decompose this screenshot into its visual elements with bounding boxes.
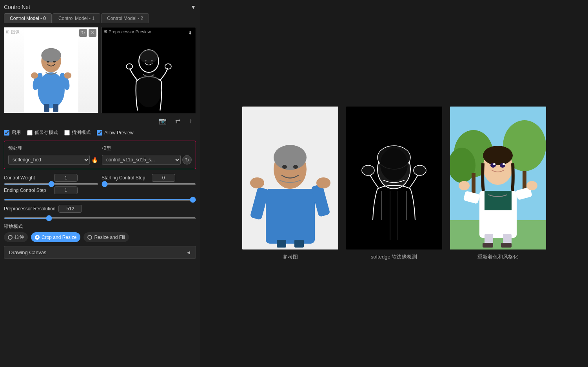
download-preview-btn[interactable]: ⬇ [186,29,194,37]
stretch-radio-dot [8,235,13,240]
guess-mode-input[interactable] [64,130,70,136]
output-edge-frame [346,107,442,249]
image-row: ⊞ 图像 ↻ ✕ [4,27,196,113]
nurse-svg [4,27,98,113]
camera-btn[interactable]: 📷 [156,116,169,125]
ref-image-svg [242,107,338,249]
output-anime-col: 重新着色和风格化 [450,107,546,260]
model-select[interactable]: control_v11p_sd15_s... [102,155,181,165]
svg-point-26 [250,177,264,188]
panel-title: ControlNet [4,4,30,10]
preprocessor-res-value[interactable]: 512 [58,205,82,213]
svg-point-27 [316,177,330,188]
source-image-controls: ↻ ✕ [79,29,96,37]
line-art-svg [102,27,196,113]
source-image-label: ⊞ 图像 [6,29,20,35]
svg-point-51 [493,163,495,165]
starting-step-row: Starting Control Step 0 [102,174,196,182]
ending-step-value[interactable]: 1 [54,186,78,194]
model-label: 模型 [102,145,192,152]
upload-btn[interactable]: ↑ [187,116,194,125]
svg-rect-30 [277,240,286,248]
left-panel: ControlNet ▼ Control Model - 0 Control M… [0,0,200,367]
starting-step-col: Starting Control Step 0 [102,174,196,185]
low-vram-input[interactable] [27,130,33,136]
zoom-mode-radio-group: 拉伸 Crop and Resize Resize and Fill [4,232,196,242]
output-anime-image [450,107,546,249]
svg-point-35 [380,148,408,181]
control-weight-label: Control Weight [4,175,51,181]
zoom-crop-resize-btn[interactable]: Crop and Resize [31,232,80,242]
starting-step-slider[interactable] [102,183,196,185]
enable-checkbox[interactable]: 启用 [4,129,21,136]
fire-icon: 🔥 [91,157,98,163]
crop-resize-radio-dot [35,235,40,240]
model-refresh-btn[interactable]: ↻ [182,155,192,165]
control-weight-value[interactable]: 1 [54,174,78,182]
preview-controls: ⬇ [186,29,194,37]
output-anime-frame [450,107,546,249]
preprocessor-preview-box: ⊞ Preprocessor Preview ⬇ [102,27,196,113]
zoom-stretch-btn[interactable]: 拉伸 [4,232,28,242]
tab-control-model-2[interactable]: Control Model - 2 [101,13,149,23]
svg-point-28 [282,165,287,169]
ending-step-row: Ending Control Step 1 [4,186,196,194]
zoom-resize-fill-btn[interactable]: Resize and Fill [83,232,129,242]
svg-point-29 [293,165,298,169]
svg-point-52 [503,163,505,165]
zoom-mode-section: 缩放模式 拉伸 Crop and Resize Resize and Fill [4,223,196,242]
allow-preview-checkbox[interactable]: Allow Preview [97,130,134,136]
drawing-canvas-arrow: ◄ [186,249,191,255]
output-edge-col: softedge 软边缘检测 [346,107,442,260]
resize-fill-radio-dot [87,235,92,240]
allow-preview-input[interactable] [97,130,102,136]
ending-step-label: Ending Control Step [4,188,51,193]
control-weight-row: Control Weight 1 [4,174,98,182]
svg-point-56 [526,181,537,190]
svg-point-3 [41,48,61,63]
svg-rect-59 [483,243,493,248]
preprocessor-res-row: Preprocessor Resolution 512 [4,205,196,213]
preprocessor-res-label: Preprocessor Resolution [4,206,55,212]
panel-header: ControlNet ▼ [4,4,196,10]
svg-rect-46 [485,191,512,210]
svg-rect-42 [472,173,475,193]
close-source-btn[interactable]: ✕ [89,29,96,37]
tab-control-model-1[interactable]: Control Model - 1 [53,13,100,23]
panel-collapse-arrow[interactable]: ▼ [191,4,196,10]
preprocessor-select[interactable]: softedge_hed [8,155,90,165]
guess-mode-checkbox[interactable]: 猜测模式 [64,129,91,136]
right-panel: 参考图 [200,0,588,367]
swap-btn[interactable]: ⇄ [173,116,183,125]
svg-rect-11 [53,104,58,112]
weight-start-row: Control Weight 1 Starting Control Step 0 [4,174,196,185]
svg-point-18 [140,50,158,63]
svg-point-7 [64,72,71,79]
svg-point-8 [47,61,49,63]
svg-point-48 [483,146,513,165]
line-art-preview [102,27,196,113]
control-weight-slider[interactable] [4,183,98,185]
preprocessor-res-slider[interactable] [4,217,196,219]
output-anime-caption: 重新着色和风格化 [477,253,518,260]
control-model-tabs: Control Model - 0 Control Model - 1 Cont… [4,13,196,23]
refresh-source-btn[interactable]: ↻ [79,29,87,37]
svg-rect-43 [523,171,526,191]
anime-image-svg [450,107,546,249]
ending-step-slider[interactable] [4,199,196,201]
tab-control-model-0[interactable]: Control Model - 0 [4,13,52,23]
output-ref-caption: 参考图 [283,253,298,260]
svg-point-23 [274,145,307,170]
edge-image-svg [346,107,442,249]
drawing-canvas-row[interactable]: Drawing Canvas ◄ [4,246,196,259]
output-images-row: 参考图 [242,107,546,260]
zoom-mode-label: 缩放模式 [4,223,196,230]
starting-step-value[interactable]: 0 [152,174,175,182]
output-edge-caption: softedge 软边缘检测 [371,253,417,260]
enable-input[interactable] [4,130,9,136]
low-vram-checkbox[interactable]: 低显存模式 [27,129,58,136]
preprocessor-col: 预处理 softedge_hed 🔥 [8,145,98,165]
svg-rect-21 [266,189,315,244]
svg-point-37 [414,165,426,175]
source-image-box[interactable]: ⊞ 图像 ↻ ✕ [4,27,98,113]
